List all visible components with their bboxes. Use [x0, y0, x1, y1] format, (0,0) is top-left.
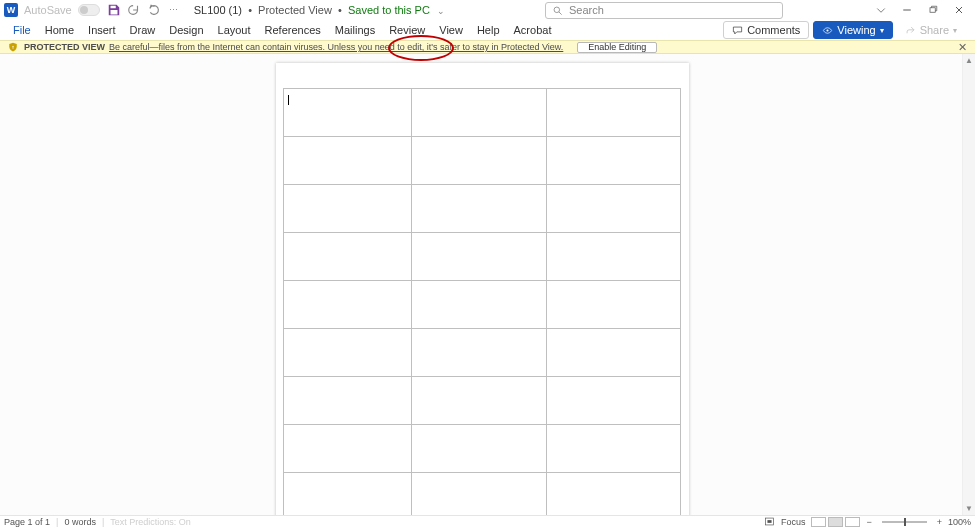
table-row	[284, 425, 681, 473]
text-predictions[interactable]: Text Predictions: On	[110, 517, 191, 527]
chevron-down-icon[interactable]: ⌄	[437, 6, 445, 16]
table-row	[284, 233, 681, 281]
protected-view-title: PROTECTED VIEW	[24, 42, 105, 52]
comment-icon	[732, 25, 743, 36]
chevron-down-icon: ▾	[880, 26, 884, 35]
qat-customize-icon[interactable]: ⋯	[167, 3, 181, 17]
web-layout-button[interactable]	[845, 517, 860, 527]
tab-draw[interactable]: Draw	[123, 20, 163, 40]
document-canvas: ▲ ▼	[0, 54, 975, 515]
zoom-out-button[interactable]: −	[866, 517, 871, 527]
table-row	[284, 473, 681, 516]
share-label: Share	[920, 24, 949, 36]
autosave-label: AutoSave	[24, 4, 72, 16]
doc-name: SL100 (1)	[194, 4, 242, 16]
scroll-down-icon[interactable]: ▼	[963, 502, 975, 515]
document-title: SL100 (1) • Protected View • Saved to th…	[194, 4, 445, 16]
search-input[interactable]: Search	[545, 2, 783, 19]
doc-mode: Protected View	[258, 4, 332, 16]
minimize-icon[interactable]	[901, 4, 913, 16]
close-icon[interactable]	[953, 4, 965, 16]
chevron-down-icon: ▾	[953, 26, 957, 35]
status-bar: Page 1 of 1 | 0 words | Text Predictions…	[0, 515, 975, 527]
comments-label: Comments	[747, 24, 800, 36]
tab-view[interactable]: View	[432, 20, 470, 40]
read-mode-button[interactable]	[811, 517, 826, 527]
viewing-mode-button[interactable]: Viewing ▾	[813, 21, 892, 39]
svg-rect-8	[13, 47, 14, 49]
table-row	[284, 281, 681, 329]
title-bar: W AutoSave ⋯ SL100 (1) • Protected View …	[0, 0, 975, 20]
tab-design[interactable]: Design	[162, 20, 210, 40]
tab-help[interactable]: Help	[470, 20, 507, 40]
table-row	[284, 185, 681, 233]
autosave-toggle[interactable]	[78, 4, 100, 16]
save-icon[interactable]	[107, 3, 121, 17]
tab-file[interactable]: File	[6, 20, 38, 40]
table-row	[284, 377, 681, 425]
share-icon	[905, 25, 916, 36]
comments-button[interactable]: Comments	[723, 21, 809, 39]
scroll-up-icon[interactable]: ▲	[963, 54, 975, 67]
page-info[interactable]: Page 1 of 1	[4, 517, 50, 527]
enable-editing-button[interactable]: Enable Editing	[577, 42, 657, 53]
search-placeholder: Search	[569, 4, 604, 16]
print-layout-button[interactable]	[828, 517, 843, 527]
close-bar-icon[interactable]: ✕	[958, 41, 967, 54]
table-row	[284, 89, 681, 137]
svg-point-0	[554, 7, 560, 13]
shield-icon	[8, 42, 18, 52]
focus-label[interactable]: Focus	[781, 517, 806, 527]
zoom-in-button[interactable]: +	[937, 517, 942, 527]
focus-icon[interactable]	[764, 516, 775, 527]
tab-home[interactable]: Home	[38, 20, 81, 40]
table-row	[284, 329, 681, 377]
eye-icon	[822, 25, 833, 36]
share-button[interactable]: Share ▾	[897, 21, 965, 39]
viewing-label: Viewing	[837, 24, 875, 36]
tab-acrobat[interactable]: Acrobat	[507, 20, 559, 40]
ribbon-tabs: File Home Insert Draw Design Layout Refe…	[0, 20, 975, 40]
svg-point-6	[827, 29, 829, 31]
word-count[interactable]: 0 words	[64, 517, 96, 527]
tab-mailings[interactable]: Mailings	[328, 20, 382, 40]
svg-line-1	[559, 11, 562, 14]
svg-rect-10	[767, 520, 771, 523]
restore-icon[interactable]	[927, 4, 939, 16]
table-row	[284, 137, 681, 185]
zoom-level[interactable]: 100%	[948, 517, 971, 527]
tab-references[interactable]: References	[258, 20, 328, 40]
tab-insert[interactable]: Insert	[81, 20, 123, 40]
vertical-scrollbar[interactable]: ▲ ▼	[962, 54, 975, 515]
zoom-slider[interactable]	[882, 521, 927, 523]
text-cursor	[288, 95, 289, 105]
tab-layout[interactable]: Layout	[211, 20, 258, 40]
search-icon	[552, 5, 563, 16]
page	[276, 63, 689, 515]
app-icon: W	[4, 3, 18, 17]
ribbon-options-icon[interactable]	[875, 4, 887, 16]
svg-point-7	[12, 46, 13, 47]
protected-view-message[interactable]: Be careful—files from the Internet can c…	[109, 42, 563, 52]
view-mode-buttons	[811, 517, 860, 527]
tab-review[interactable]: Review	[382, 20, 432, 40]
undo-icon[interactable]	[127, 3, 141, 17]
doc-saved-state: Saved to this PC	[348, 4, 430, 16]
redo-icon[interactable]	[147, 3, 161, 17]
protected-view-bar: PROTECTED VIEW Be careful—files from the…	[0, 40, 975, 54]
svg-rect-3	[930, 8, 935, 13]
document-table[interactable]	[283, 88, 681, 515]
